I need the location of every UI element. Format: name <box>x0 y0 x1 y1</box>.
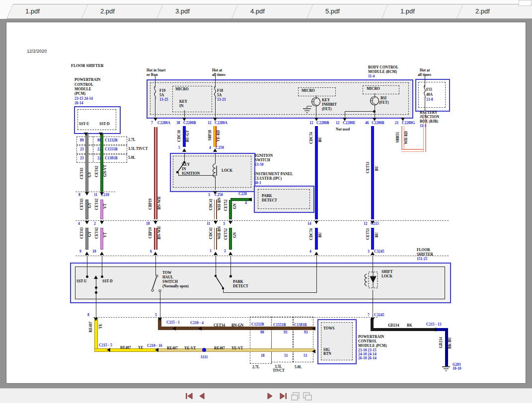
wire-label: RE407 <box>214 346 225 351</box>
wire-label: CET53 <box>366 228 371 240</box>
wire-label: BU <box>318 137 323 142</box>
ignition-ref: 13-50 <box>255 163 264 167</box>
circuit-line <box>215 98 216 117</box>
ground-icon <box>302 106 312 114</box>
circuit-line <box>316 256 317 293</box>
arrow-icon <box>85 192 89 196</box>
wire-cet42-vt <box>100 200 103 219</box>
pin: 10 <box>92 250 96 254</box>
connector: C215 - 13 <box>426 323 441 327</box>
fuse-ref: 13-8 <box>426 98 433 102</box>
engine-variant: 2.7L <box>128 138 135 142</box>
next-view-button[interactable] <box>303 392 314 400</box>
pin: 93 <box>304 331 308 335</box>
connector: C2280E <box>343 121 355 126</box>
previous-view-button[interactable] <box>291 392 302 400</box>
pdf-viewer-window: 1.pdf 2.pdf 3.pdf 4.pdf 5.pdf 1.pdf 2.pd… <box>0 0 532 403</box>
connector: C2280G <box>402 121 415 126</box>
first-page-button[interactable] <box>184 392 195 400</box>
wire-cet52-gn <box>229 200 232 219</box>
arrow-icon <box>153 118 157 121</box>
connector-line-c215 <box>76 220 449 221</box>
pcm-bottom-refs: 26-10 26-14 <box>358 356 377 361</box>
pin-label: SST-D <box>99 122 110 127</box>
wire-label: CET53 <box>366 162 371 173</box>
wire-label: CDC74 <box>309 228 314 240</box>
pin: 1 <box>210 249 212 254</box>
junction-dot <box>101 275 103 278</box>
wire-label: YE <box>99 324 103 329</box>
wire-label: CET52 <box>224 200 228 211</box>
pin: 9 <box>79 250 81 254</box>
micro-label: MICRO <box>367 87 380 91</box>
pin: 23 <box>80 147 84 152</box>
arrow-icon <box>312 327 315 331</box>
arrow-icon <box>85 221 89 224</box>
arrow-icon <box>314 252 318 255</box>
connector: C210 - 4 <box>190 321 204 326</box>
key-inhibit-label: (FET) <box>322 107 332 112</box>
sst-u-label: SST-U <box>76 279 87 284</box>
ipc-ref: 60-1 <box>254 181 261 186</box>
tab-2pdf-2[interactable]: 2.pdf <box>456 4 532 19</box>
wire-label: CET43 <box>80 168 84 179</box>
wire-label: CBP19 <box>149 199 153 210</box>
previous-page-button[interactable] <box>198 392 209 400</box>
tab-label: 4.pdf <box>250 7 265 15</box>
circuit-line <box>223 292 317 293</box>
last-page-button[interactable] <box>278 392 289 400</box>
arrow-icon <box>100 252 104 255</box>
pin: 3 <box>208 193 210 198</box>
pin: 4 <box>245 201 247 205</box>
wire-gd214-bk <box>371 328 437 331</box>
pin: 12 <box>309 121 313 126</box>
wire-label: GY <box>88 172 92 177</box>
pin: 11 <box>207 222 210 226</box>
pin: 89 <box>80 138 84 143</box>
arrow-icon <box>228 221 232 224</box>
engine-variant: 5.0L <box>295 365 302 370</box>
wire-label: GY <box>88 202 92 208</box>
tab-label: 1.pdf <box>400 7 415 15</box>
connector: C250 <box>215 193 223 198</box>
splice-label: S111 <box>201 355 208 360</box>
shift-lock-label: LOCK <box>381 274 392 279</box>
next-page-button[interactable] <box>266 392 277 400</box>
connector: C3245 <box>374 313 384 318</box>
wire-label: CET42 <box>95 199 99 210</box>
wire-label: CET42 <box>95 166 99 177</box>
pin: 38 <box>176 121 180 126</box>
connector: C210 - 16 <box>147 344 162 348</box>
pin: 18 <box>261 354 265 358</box>
connector: C250 <box>216 146 224 150</box>
power-label: or Run <box>147 73 158 77</box>
wire-label: WH-BN <box>218 226 222 239</box>
arrow-icon <box>312 349 315 353</box>
date-stamp: 12/2/2020 <box>27 49 47 54</box>
pcm-label: (PCM) <box>75 92 85 96</box>
arrow-icon <box>153 221 157 224</box>
wire-label: CDC41 <box>209 199 214 210</box>
arrow-icon <box>228 252 232 255</box>
pin: 51 <box>284 354 288 358</box>
pin: 2 <box>224 249 226 254</box>
wire-re407-ye <box>94 319 98 350</box>
pcm-label: POWERTRAIN <box>75 78 100 82</box>
arrow-icon <box>248 198 252 202</box>
wire-label: VT <box>103 232 108 237</box>
pin: 21 <box>395 121 399 126</box>
arrow-icon <box>94 275 98 279</box>
tab-label: 5.pdf <box>325 7 340 15</box>
fuse-label: 40A <box>426 93 433 97</box>
wire-sbb55-whrd <box>401 149 426 152</box>
connector-line-c210 <box>76 192 115 192</box>
connector-line-bottom <box>93 317 378 318</box>
wire-label: WH-RD <box>404 131 409 144</box>
circuit-line <box>345 111 375 112</box>
connector: C1381B <box>294 323 306 328</box>
wire-label: CDC30 <box>177 130 182 142</box>
pin: 6 <box>150 250 152 254</box>
arrow-icon <box>85 252 89 255</box>
connector: C1381B <box>105 156 117 161</box>
pin: 90 <box>260 331 264 335</box>
